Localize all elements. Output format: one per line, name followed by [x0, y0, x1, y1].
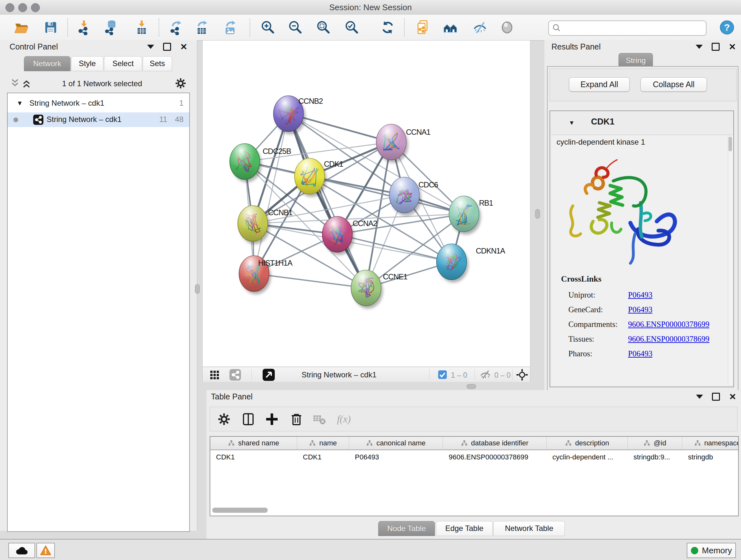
tab-network[interactable]: Network	[24, 56, 71, 71]
tab-style[interactable]: Style	[71, 56, 104, 71]
grid-icon[interactable]	[210, 370, 220, 380]
crosslink-link[interactable]: P06493	[628, 305, 652, 314]
network-node-HIST1H1A[interactable]: HIST1H1A	[239, 256, 293, 294]
selected-checkbox-icon[interactable]	[438, 370, 447, 379]
table-cell[interactable]: CDK1	[297, 450, 349, 464]
protein-section-header[interactable]: ▼ CDK1	[550, 111, 733, 134]
column-header-name[interactable]: name	[297, 437, 349, 449]
import-network-database-icon[interactable]	[104, 20, 119, 35]
network-node-CDC25B[interactable]: CDC25B	[230, 144, 291, 182]
panel-close-icon[interactable]: ✕	[180, 44, 187, 51]
panel-collapse-icon[interactable]	[147, 45, 154, 49]
table-cell[interactable]: 9606.ENSP00000378699	[443, 450, 547, 464]
export-table-icon[interactable]	[194, 20, 209, 35]
scrollbar-thumb[interactable]	[729, 137, 732, 151]
collapse-all-button[interactable]: Collapse All	[641, 77, 707, 91]
network-edge[interactable]	[254, 114, 288, 273]
network-node-CCNE1[interactable]: CCNE1	[351, 270, 408, 309]
gear-icon[interactable]	[174, 77, 187, 90]
expander-icon[interactable]: ▼	[17, 100, 23, 107]
crosslink-link[interactable]: P06493	[628, 349, 652, 358]
show-columns-icon[interactable]	[241, 412, 256, 427]
expand-all-button[interactable]: Expand All	[569, 77, 630, 91]
right-splitter-handle[interactable]	[535, 209, 540, 219]
left-splitter-handle[interactable]	[195, 284, 200, 294]
column-header-description[interactable]: description	[547, 437, 628, 449]
expand-all-icon[interactable]	[21, 78, 32, 89]
network-node-CCNB1[interactable]: CCNB1	[238, 206, 293, 244]
table-cell[interactable]: P06493	[349, 450, 443, 464]
table-cell[interactable]: cyclin-dependent ...	[547, 450, 628, 464]
table-cell[interactable]: stringdb:9...	[628, 450, 682, 464]
add-column-icon[interactable]	[264, 412, 280, 427]
network-canvas[interactable]: CCNB2CCNA1CDC25BCDK1CDC6RB1CCNB1CCNA2CDK…	[203, 41, 529, 366]
column-header-canonical-name[interactable]: canonical name	[349, 437, 443, 449]
document-share-icon[interactable]	[415, 20, 431, 35]
export-network-icon[interactable]	[168, 20, 184, 35]
tab-network-table[interactable]: Network Table	[493, 521, 565, 536]
zoom-in-icon[interactable]	[260, 20, 275, 35]
network-edge[interactable]	[288, 114, 366, 288]
table-row[interactable]: CDK1CDK1P064939606.ENSP00000378699cyclin…	[210, 450, 739, 464]
panel-collapse-icon[interactable]	[696, 45, 703, 49]
column-header-database-identifier[interactable]: database identifier	[443, 437, 547, 449]
open-session-icon[interactable]	[14, 20, 29, 35]
panel-float-icon[interactable]	[163, 43, 171, 51]
tab-string[interactable]: String	[618, 53, 653, 68]
glass-sphere-icon[interactable]	[499, 20, 515, 35]
column-header--id[interactable]: @id	[628, 437, 682, 449]
crosslink-link[interactable]: 9606.ENSP00000378699	[628, 334, 710, 344]
tab-sets[interactable]: Sets	[143, 56, 172, 71]
horizontal-scrollbar-thumb[interactable]	[212, 508, 268, 513]
bottom-splitter-handle[interactable]	[467, 384, 476, 389]
export-image-icon[interactable]	[222, 20, 238, 35]
tab-edge-table[interactable]: Edge Table	[436, 521, 493, 536]
zoom-out-icon[interactable]	[287, 20, 303, 35]
help-icon[interactable]: ?	[719, 20, 735, 35]
zoom-fit-icon[interactable]	[316, 20, 331, 35]
function-builder-icon: f(x)	[337, 414, 362, 429]
collapse-all-icon[interactable]	[10, 78, 20, 89]
panel-float-icon[interactable]	[712, 393, 720, 401]
tab-node-table[interactable]: Node Table	[378, 521, 435, 536]
delete-column-icon[interactable]	[289, 412, 304, 427]
gear-icon[interactable]	[216, 412, 232, 427]
search-input[interactable]	[563, 22, 701, 33]
panel-close-icon[interactable]: ✕	[729, 393, 736, 400]
cloud-button[interactable]	[8, 543, 35, 558]
panel-collapse-icon[interactable]	[696, 395, 703, 399]
column-header-namespace[interactable]: namespace	[682, 437, 739, 449]
network-node-CDK1[interactable]: CDK1	[294, 159, 343, 197]
network-node-CCNA2[interactable]: CCNA2	[322, 216, 377, 255]
tab-select[interactable]: Select	[104, 56, 142, 71]
save-session-icon[interactable]	[43, 20, 58, 35]
houses-icon[interactable]	[443, 20, 458, 35]
network-collection-row[interactable]: ▼ String Network – cdk1 1	[8, 97, 189, 111]
network-node-CDKN1A[interactable]: CDKN1A	[436, 244, 505, 283]
crosslink-link[interactable]: P06493	[628, 291, 652, 300]
layout-refresh-icon[interactable]	[380, 20, 395, 35]
eye-slash-icon[interactable]	[472, 20, 488, 35]
network-node-RB1[interactable]: RB1	[449, 196, 493, 235]
warning-button[interactable]	[37, 543, 55, 558]
table-cell[interactable]: CDK1	[210, 450, 297, 464]
share-gray-icon[interactable]	[229, 369, 241, 381]
network-row-selected[interactable]: String Network – cdk1 11 48	[8, 112, 189, 127]
table-cell[interactable]: stringdb	[682, 450, 739, 464]
birdseye-icon[interactable]	[263, 369, 275, 381]
panel-float-icon[interactable]	[712, 43, 720, 51]
hidden-eye-slash-icon[interactable]	[480, 370, 491, 379]
node-table[interactable]: shared namenamecanonical namedatabase id…	[210, 436, 739, 516]
import-network-file-icon[interactable]	[76, 20, 91, 35]
zoom-selected-icon[interactable]	[344, 20, 359, 35]
crosslink-link[interactable]: 9606.ENSP00000378699	[628, 320, 710, 329]
memory-button[interactable]: Memory	[687, 543, 736, 558]
crosshair-icon[interactable]	[516, 369, 528, 381]
panel-close-icon[interactable]: ✕	[729, 44, 736, 51]
results-scrollbar[interactable]	[728, 135, 733, 385]
column-header-shared-name[interactable]: shared name	[210, 437, 297, 449]
network-node-CDC6[interactable]: CDC6	[389, 177, 438, 216]
import-table-icon[interactable]	[134, 20, 149, 35]
expander-icon[interactable]: ▼	[569, 119, 575, 126]
network-node-CCNA1[interactable]: CCNA1	[376, 124, 430, 163]
